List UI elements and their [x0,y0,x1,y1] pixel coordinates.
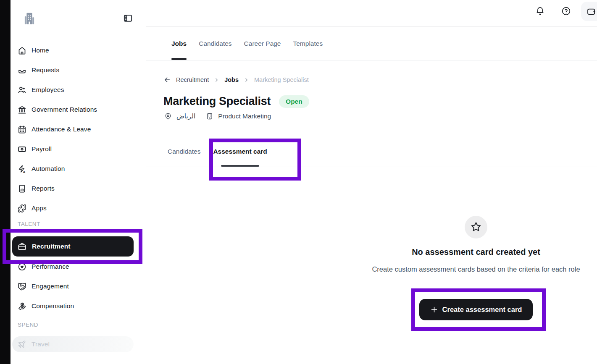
hand-coins-icon [18,302,26,311]
sidebar-item-label: Attendance & Leave [32,126,91,133]
star-icon [470,221,482,233]
sidebar-item-requests[interactable]: Requests [18,63,59,78]
tab-label: Jobs [171,40,187,47]
sidebar-item-apps[interactable]: Apps [18,201,47,216]
sidebar-item-label: Home [32,47,49,54]
module-tabs: Jobs Candidates Career Page Templates [146,27,597,60]
empty-state-icon-circle [465,216,487,238]
tab-jobs[interactable]: Jobs [171,27,187,60]
sidebar-item-compensation[interactable]: Compensation [18,299,74,314]
help-icon[interactable] [561,6,571,16]
users-icon [18,86,26,94]
subtab-label: Candidates [168,148,200,155]
empty-state-description: Create custom assessment cards based on … [372,265,580,273]
sidebar-item-label: Engagement [32,283,69,290]
empty-state: No assessment card created yet Create cu… [325,216,597,320]
sidebar-item-travel: Travel [12,336,134,352]
left-rail [0,0,11,364]
sidebar-item-employees[interactable]: Employees [18,82,64,97]
svg-text:A: A [23,170,26,173]
puzzle-icon [18,204,26,213]
sidebar-item-label: Compensation [32,302,74,310]
briefcase-icon [18,242,26,251]
top-header [146,0,597,27]
sidebar: Home Requests Employees Government Relat… [11,0,146,364]
tab-career-page[interactable]: Career Page [244,27,281,60]
sidebar-item-recruitment[interactable]: Recruitment [12,236,134,257]
breadcrumb-jobs[interactable]: Jobs [224,76,239,83]
job-meta: الرياض Product Marketing [164,113,271,120]
plane-icon [18,340,26,348]
landmark-icon [18,105,26,114]
sidebar-item-label: Automation [32,165,65,173]
calendar-icon [18,125,26,134]
subtab-assessment-card[interactable]: Assessment card [213,140,267,167]
job-department: Product Marketing [218,113,271,120]
tab-candidates[interactable]: Candidates [199,27,231,60]
wallet-icon [586,7,596,16]
wallet-button[interactable] [581,2,597,21]
job-location: الرياض [176,113,195,120]
sidebar-item-label: Apps [32,204,47,212]
sidebar-item-performance[interactable]: Performance [18,259,69,274]
sidebar-item-label: Government Relations [32,106,97,113]
sidebar-item-label: Travel [32,340,50,348]
job-header: Marketing Specialist Open [163,95,309,108]
subtab-candidates[interactable]: Candidates [168,140,200,167]
sidebar-item-label: Performance [32,263,69,270]
breadcrumb-current-page: Marketing Specialist [254,76,309,83]
sidebar-item-home[interactable]: Home [18,43,49,58]
company-logo-building-icon [22,11,37,26]
create-assessment-card-button[interactable]: Create assessment card [419,299,533,320]
sidebar-item-label: Reports [32,185,55,192]
sidebar-item-label: Recruitment [32,243,71,250]
bell-icon[interactable] [535,6,545,16]
sidebar-item-label: Employees [32,86,64,94]
sidebar-item-attendance-leave[interactable]: Attendance & Leave [18,122,91,137]
banknote-icon [18,145,26,154]
back-arrow-icon[interactable] [163,76,171,84]
chevron-right-icon [244,77,249,83]
sidebar-item-reports[interactable]: Reports [18,181,55,196]
department-building-icon [206,113,213,120]
main-area: Jobs Candidates Career Page Templates Re… [146,0,597,364]
breadcrumb-recruitment[interactable]: Recruitment [176,76,209,83]
sidebar-item-government-relations[interactable]: Government Relations [18,102,97,117]
report-icon [18,184,26,193]
tab-label: Templates [293,40,323,47]
empty-state-title: No assessment card created yet [412,247,540,257]
plus-icon [430,306,438,314]
job-subtabs: Candidates Assessment card [146,140,597,167]
sidebar-collapse-icon[interactable] [123,13,133,23]
sidebar-item-engagement[interactable]: Engagement [18,279,69,294]
page-title: Marketing Specialist [163,95,271,108]
sidebar-item-label: Requests [32,66,59,74]
sidebar-item-payroll[interactable]: Payroll [18,141,52,157]
button-label: Create assessment card [442,306,522,314]
tab-label: Career Page [244,40,281,47]
sidebar-item-automation[interactable]: A Automation [18,161,65,176]
sidebar-section-spend: SPEND [18,322,38,328]
app-window: Home Requests Employees Government Relat… [0,0,597,364]
chevron-right-icon [214,77,219,83]
location-pin-icon [164,113,172,120]
handshake-icon [18,282,26,291]
award-icon [18,262,26,271]
sidebar-section-talent: TALENT [18,221,40,227]
breadcrumb: Recruitment Jobs Marketing Specialist [163,76,309,84]
tab-label: Candidates [199,40,231,47]
inbox-icon [18,66,26,75]
zap-icon: A [18,165,26,173]
sidebar-item-label: Payroll [32,145,52,153]
tab-templates[interactable]: Templates [293,27,323,60]
home-icon [18,46,26,55]
status-badge: Open [279,95,309,108]
subtab-label: Assessment card [213,148,267,155]
